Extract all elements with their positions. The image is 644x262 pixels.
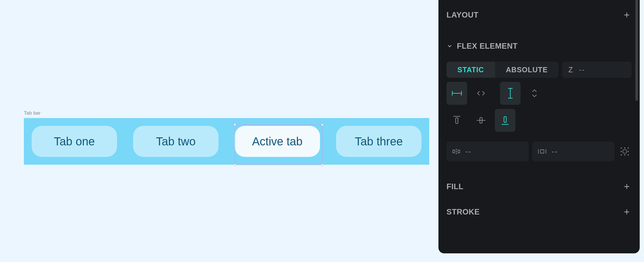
expand-horizontal-icon (476, 90, 486, 97)
tab-three[interactable]: Tab three (336, 126, 421, 157)
align-center[interactable] (471, 109, 491, 132)
tab-label: Tab three (355, 135, 403, 148)
svg-point-22 (621, 148, 622, 149)
align-bottom[interactable] (495, 109, 515, 132)
section-stroke[interactable]: STROKE (446, 202, 632, 222)
plus-icon (623, 183, 630, 190)
add-stroke-button[interactable] (622, 207, 632, 217)
align-top-icon (453, 115, 461, 125)
gap-value: -- (465, 147, 471, 156)
section-title: FLEX ELEMENT (457, 42, 518, 51)
tab-label: Active tab (252, 135, 303, 148)
svg-point-17 (456, 151, 457, 152)
padding-input[interactable]: -- (532, 142, 614, 161)
padding-all-icon (620, 147, 629, 156)
scrollbar[interactable] (635, 0, 638, 101)
position-absolute[interactable]: ABSOLUTE (495, 62, 559, 78)
svg-point-29 (628, 151, 629, 152)
inspector-panel: LAYOUT FLEX ELEMENT STATIC ABSOLUTE Z -- (438, 0, 640, 253)
tab-label: Tab one (54, 135, 95, 148)
width-fixed-icon (451, 90, 462, 96)
section-flex-element[interactable]: FLEX ELEMENT (446, 36, 632, 56)
svg-rect-12 (504, 117, 506, 122)
svg-point-18 (456, 153, 457, 154)
height-fill[interactable] (524, 82, 545, 105)
section-title: FILL (446, 182, 463, 191)
frame-label[interactable]: Tab bar (24, 110, 41, 116)
height-hug[interactable] (500, 82, 521, 105)
tab-active[interactable]: Active tab (235, 126, 320, 157)
plus-icon (623, 208, 630, 216)
svg-point-26 (624, 155, 625, 155)
svg-point-16 (456, 149, 457, 150)
svg-point-28 (621, 151, 622, 152)
tab-two[interactable]: Tab two (133, 126, 218, 157)
expand-padding-button[interactable] (618, 142, 632, 161)
canvas[interactable]: Tab bar Tab one Tab two Active tab Tab t… (0, 0, 437, 262)
add-layout-button[interactable] (622, 10, 632, 20)
svg-rect-30 (623, 150, 626, 153)
chevron-down-icon (446, 43, 453, 49)
section-title: LAYOUT (446, 11, 479, 20)
add-fill-button[interactable] (622, 182, 632, 191)
svg-point-24 (628, 148, 629, 149)
width-fixed[interactable] (446, 82, 467, 105)
gap-icon (452, 148, 460, 155)
svg-point-27 (628, 155, 629, 155)
svg-point-25 (621, 155, 622, 155)
padding-icon (538, 148, 547, 155)
section-title: STROKE (446, 208, 480, 217)
plus-icon (623, 11, 630, 19)
svg-rect-14 (453, 150, 455, 153)
position-static[interactable]: STATIC (446, 62, 495, 78)
section-fill[interactable]: FILL (446, 177, 632, 196)
tab-one[interactable]: Tab one (32, 126, 117, 157)
svg-rect-9 (456, 118, 458, 124)
width-fill[interactable] (471, 82, 491, 105)
svg-rect-15 (458, 150, 460, 153)
padding-value: -- (552, 147, 558, 156)
gap-input[interactable]: -- (446, 142, 529, 161)
align-center-icon (476, 116, 486, 124)
tab-bar-frame[interactable]: Tab one Tab two Active tab Tab three (24, 118, 429, 165)
height-hug-icon (507, 88, 513, 99)
expand-vertical-icon (531, 88, 538, 98)
svg-rect-20 (540, 150, 544, 153)
position-mode-group: STATIC ABSOLUTE (446, 62, 559, 78)
tab-label: Tab two (156, 135, 196, 148)
align-bottom-icon (501, 115, 509, 125)
z-label: Z (568, 66, 573, 74)
svg-point-23 (624, 148, 625, 149)
section-layout[interactable]: LAYOUT (446, 5, 632, 25)
align-top[interactable] (446, 109, 467, 132)
z-value: -- (579, 66, 585, 74)
z-index-input[interactable]: Z -- (562, 62, 632, 78)
